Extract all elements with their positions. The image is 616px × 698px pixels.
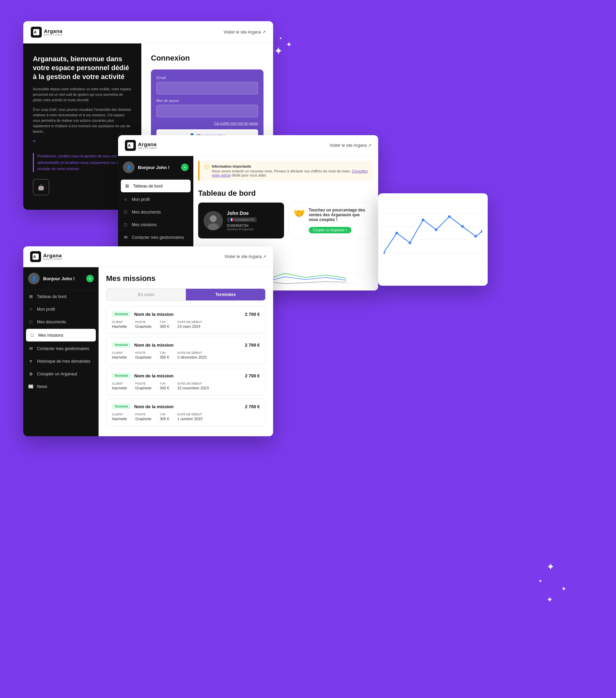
svg-point-16 xyxy=(422,219,424,221)
mission-4-status: Terminée xyxy=(112,404,131,409)
date-value-2: 2 décembre 2023 xyxy=(177,355,207,359)
mission-card-3: Terminée Nom de la mission 2 700 € Clien… xyxy=(106,368,266,395)
client-label-1: Client xyxy=(112,320,127,324)
profile-id: 016945873H xyxy=(227,223,257,228)
sparkle-1: ✦ xyxy=(274,44,283,57)
coopt-button[interactable]: Coopter un Arganaut + xyxy=(309,227,351,233)
date-label-1: Date de début xyxy=(177,320,202,324)
mission-card-3-header: Terminée Nom de la mission 2 700 € xyxy=(112,373,260,378)
mission-2-name: Nom de la mission xyxy=(134,342,174,348)
mission-2-price: 2 700 € xyxy=(245,342,260,348)
mission-card-4-header: Terminée Nom de la mission 2 700 € xyxy=(112,404,260,409)
logo-sub: SOLUTIONS xyxy=(44,33,63,36)
mission-3-status: Terminée xyxy=(112,373,131,378)
missions-nav-history[interactable]: ≡ Historique de mes demandes xyxy=(23,355,99,367)
svg-point-19 xyxy=(461,225,464,228)
coopt-card: 🤝 Touchez un pourcentage des ventes des … xyxy=(288,203,373,238)
mission-1-details: ClientHachette PosteGraphiste TJH300 € D… xyxy=(112,320,260,328)
mission-1-status: Terminée xyxy=(112,311,131,317)
nav-item-documents[interactable]: □ Mes documents xyxy=(118,206,193,218)
mission-3-price: 2 700 € xyxy=(245,373,260,378)
m-history-icon: ≡ xyxy=(28,359,34,364)
dashboard-visit-link[interactable]: Visiter le site Argana ↗ xyxy=(329,143,371,148)
password-input[interactable] xyxy=(156,105,258,117)
dashboard-logo-sub: SOLUTIONS xyxy=(138,146,157,150)
forgot-password-link[interactable]: J'ai oublié mon mot de passe xyxy=(156,121,258,125)
alert-banner: ⓘ Information importante Nous avons enta… xyxy=(198,161,373,181)
mission-1-name: Nom de la mission xyxy=(134,312,174,317)
m-dashboard-icon: ⊞ xyxy=(28,294,34,299)
nav-item-missions[interactable]: □ Mes missions xyxy=(118,218,193,231)
date-value-1: 23 mars 2024 xyxy=(177,324,202,328)
robot-icon: 🤖 xyxy=(33,179,49,195)
mission-4-name: Nom de la mission xyxy=(134,404,174,409)
profile-id-label: Numéro d'Arganaut xyxy=(227,228,257,231)
mission-card-1-header: Terminée Nom de la mission 2 700 € xyxy=(112,311,260,317)
profile-name: John Doe xyxy=(227,210,257,216)
profile-badge: 🇫🇷 Consultant Fili xyxy=(227,217,257,222)
svg-text:A: A xyxy=(128,143,131,147)
missions-logo-icon: A xyxy=(30,251,41,262)
nav-item-dashboard[interactable]: ⊞ Tableau de bord xyxy=(121,180,191,192)
m-coopt-icon: ⊕ xyxy=(28,371,34,376)
tab-en-cours[interactable]: En cours xyxy=(106,289,186,300)
missions-nav-missions[interactable]: □ Mes missions xyxy=(26,329,96,341)
m-missions-icon: □ xyxy=(29,333,35,338)
client-value-3: Hachette xyxy=(112,386,127,390)
m-news-icon: 📰 xyxy=(28,384,34,389)
login-para1: Accessible depuis votre ordinateur ou vo… xyxy=(33,87,132,103)
quote-icon: " xyxy=(33,139,132,147)
alert-title: Information importante xyxy=(212,164,369,168)
tjh-value-3: 300 € xyxy=(160,386,169,390)
nav-item-profile[interactable]: ○ Mon profil xyxy=(118,193,193,206)
missions-nav-profile[interactable]: ○ Mon profil xyxy=(23,303,99,315)
mission-2-details: ClientHachette PosteGraphiste TJH300 € D… xyxy=(112,351,260,359)
sidebar-user: 👤 Bonjour John ! + xyxy=(118,156,193,179)
login-headline: Arganauts, bienvenue dans votre espace p… xyxy=(33,54,132,81)
m-docs-icon: □ xyxy=(28,319,34,324)
missions-header: A Argana SOLUTIONS Visiter le site Argan… xyxy=(23,246,273,267)
missions-visit-link[interactable]: Visiter le site Argana ↗ xyxy=(224,254,266,259)
svg-point-17 xyxy=(435,229,438,231)
sparkle-5: ✦ xyxy=(547,561,554,572)
mission-4-price: 2 700 € xyxy=(245,404,260,409)
missions-page-title: Mes missions xyxy=(106,274,266,283)
login-quote: Freelances, confiez-nous la gestion de t… xyxy=(33,153,132,172)
missions-nav-documents[interactable]: □ Mes documents xyxy=(23,315,99,328)
contact-nav-icon: ✉ xyxy=(123,235,128,240)
missions-sidebar-username: Bonjour John ! xyxy=(43,276,83,281)
client-value-1: Hachette xyxy=(112,324,127,328)
email-input[interactable] xyxy=(156,82,258,94)
missions-nav-contact[interactable]: ✉ Contacter mes gestionnaires xyxy=(23,342,99,355)
poste-value-1: Graphiste xyxy=(135,324,152,328)
missions-nav-coopt[interactable]: ⊕ Cooapter un Arganaut xyxy=(23,367,99,380)
email-label: Email xyxy=(156,76,258,80)
poste-value-2: Graphiste xyxy=(135,355,152,359)
sparkle-3: ✦ xyxy=(279,36,282,41)
missions-body: 👤 Bonjour John ! + ⊞ Tableau de bord ○ M… xyxy=(23,267,273,436)
svg-text:A: A xyxy=(33,255,36,259)
svg-point-6 xyxy=(208,223,219,230)
alert-text: Nous avons entamé un nouveau mois. Pense… xyxy=(212,169,351,173)
missions-nav-dashboard[interactable]: ⊞ Tableau de bord xyxy=(23,290,99,303)
svg-point-14 xyxy=(396,232,398,234)
profile-avatar xyxy=(204,211,223,230)
dashboard-page-title: Tableau de bord xyxy=(193,185,378,203)
date-value-3: 15 novembre 2023 xyxy=(177,386,209,390)
profile-card: John Doe 🇫🇷 Consultant Fili 016945873H N… xyxy=(198,203,284,238)
m-profile-icon: ○ xyxy=(28,307,34,312)
login-header: A Argana SOLUTIONS Visiter le site Argan… xyxy=(23,21,273,43)
nav-item-contact[interactable]: ✉ Contacter mes gestionnaires xyxy=(118,231,193,244)
mission-4-details: ClientHachette PosteGraphiste TJH300 € D… xyxy=(112,413,260,421)
alert-suffix: dédié pour vous aider. xyxy=(232,173,267,177)
dashboard-header: A Argana SOLUTIONS Visiter le site Argan… xyxy=(118,135,378,156)
tjh-value-2: 300 € xyxy=(160,355,169,359)
missions-main: Mes missions En cours Terminées Terminée… xyxy=(99,267,273,436)
chart-extension xyxy=(378,193,488,286)
svg-point-15 xyxy=(409,242,411,244)
visit-site-link[interactable]: Visiter le site Argana ↗ xyxy=(223,30,266,35)
mission-3-name: Nom de la mission xyxy=(134,373,174,378)
missions-nav-news[interactable]: 📰 News xyxy=(23,380,99,393)
tab-terminees[interactable]: Terminées xyxy=(186,289,265,300)
m-contact-icon: ✉ xyxy=(28,346,34,351)
